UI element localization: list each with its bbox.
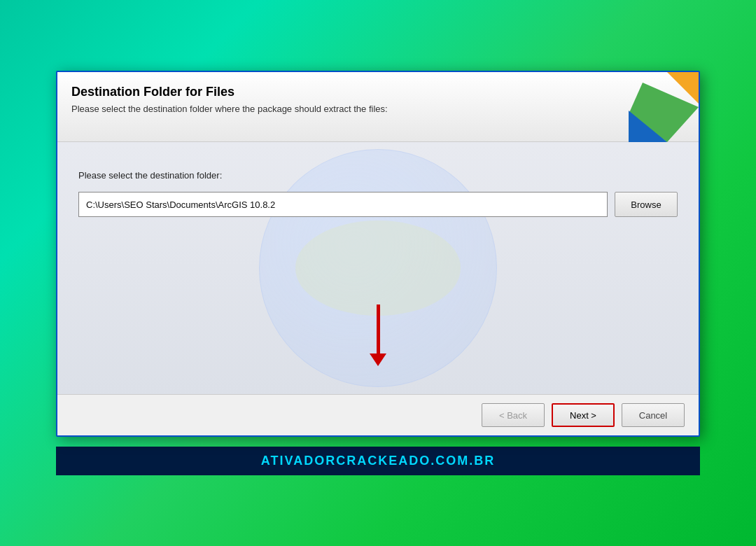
dialog-subtitle: Please select the destination folder whe…: [71, 104, 589, 114]
arrow-head: [370, 354, 386, 366]
folder-row: Browse: [78, 192, 678, 217]
dialog-content: Please select the destination folder: Br…: [57, 142, 699, 394]
dialog-header: Destination Folder for Files Please sele…: [57, 72, 699, 142]
dialog-window: Destination Folder for Files Please sele…: [56, 71, 700, 437]
arcgis-logo: [629, 72, 699, 142]
next-button[interactable]: Next >: [552, 403, 615, 427]
browse-button[interactable]: Browse: [615, 192, 678, 217]
arrow-shaft: [377, 304, 380, 354]
watermark-text: ATIVADORCRACKEADO.COM.BR: [261, 454, 495, 468]
outer-wrapper: Destination Folder for Files Please sele…: [42, 21, 714, 525]
folder-path-input[interactable]: [78, 192, 608, 217]
folder-label: Please select the destination folder:: [78, 170, 678, 181]
dialog-footer: < Back Next > Cancel: [57, 394, 699, 435]
cancel-button[interactable]: Cancel: [622, 403, 685, 427]
bottom-bar: ATIVADORCRACKEADO.COM.BR: [56, 447, 700, 475]
dialog-title: Destination Folder for Files: [71, 85, 685, 99]
back-button[interactable]: < Back: [482, 403, 545, 427]
arrow-annotation: [370, 304, 386, 366]
